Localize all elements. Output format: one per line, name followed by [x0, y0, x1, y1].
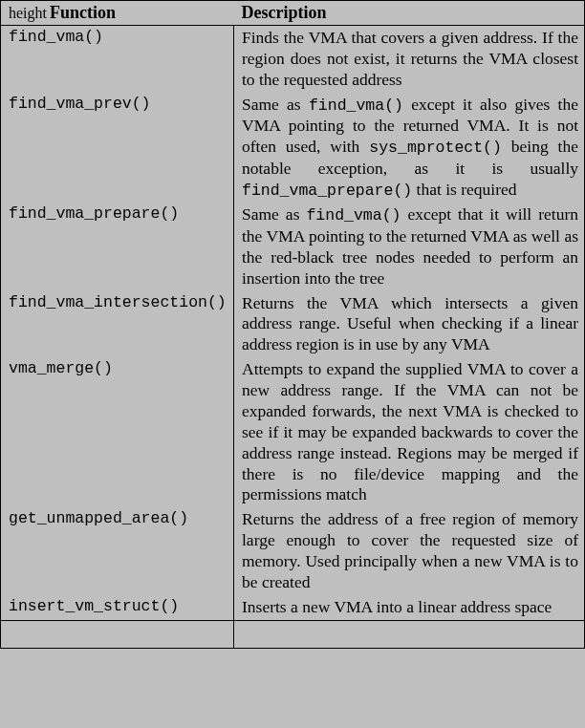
footer-cell — [234, 620, 585, 648]
table-row: find_vma() Finds the VMA that covers a g… — [1, 26, 585, 93]
func-name: find_vma_prev() — [1, 93, 234, 203]
func-desc: Returns the VMA which intersects a given… — [234, 291, 585, 358]
footer-row — [1, 620, 585, 648]
table-row: insert_vm_struct() Inserts a new VMA int… — [1, 595, 585, 620]
func-desc: Same as find_vma() except that it will r… — [234, 203, 585, 290]
func-desc: Attempts to expand the supplied VMA to c… — [234, 357, 585, 507]
func-desc: Returns the address of a free region of … — [234, 507, 585, 595]
footer-cell — [1, 620, 234, 648]
func-name: insert_vm_struct() — [1, 595, 234, 620]
table-row: find_vma_prev() Same as find_vma() excep… — [1, 93, 585, 203]
func-name: find_vma() — [1, 26, 234, 93]
function-table: heightFunction Description find_vma() Fi… — [0, 0, 585, 649]
table-row: find_vma_intersection() Returns the VMA … — [1, 291, 585, 358]
func-desc: Finds the VMA that covers a given addres… — [234, 26, 585, 93]
func-desc: Inserts a new VMA into a linear address … — [234, 595, 585, 620]
table-row: vma_merge() Attempts to expand the suppl… — [1, 357, 585, 507]
table-row: get_unmapped_area() Returns the address … — [1, 507, 585, 595]
func-name: find_vma_prepare() — [1, 203, 234, 290]
header-function-label: Function — [50, 3, 116, 22]
func-name: find_vma_intersection() — [1, 291, 234, 358]
header-function: heightFunction — [1, 1, 234, 26]
table-row: find_vma_prepare() Same as find_vma() ex… — [1, 203, 585, 290]
height-label: height — [9, 5, 47, 21]
func-name: get_unmapped_area() — [1, 507, 234, 595]
func-name: vma_merge() — [1, 357, 234, 507]
header-description: Description — [234, 1, 585, 26]
func-desc: Same as find_vma() except it also gives … — [234, 93, 585, 203]
header-row: heightFunction Description — [1, 1, 585, 26]
